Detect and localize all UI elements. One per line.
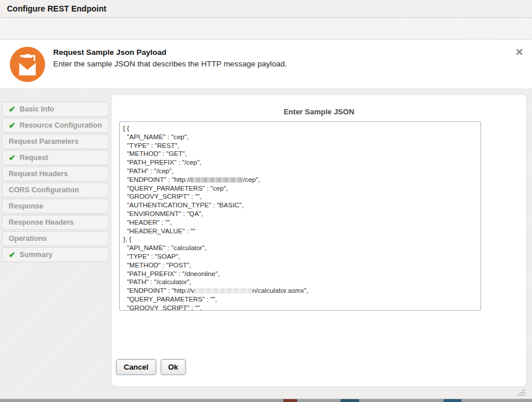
sample-json-textarea[interactable]: [ { "API_NAME" : "cep", "TYPE" : "REST",… bbox=[119, 121, 481, 311]
json-line: "ENDPOINT" : "http:///cep", bbox=[123, 176, 477, 184]
taskbar-app-segment bbox=[444, 399, 461, 402]
taskbar-app-segment bbox=[341, 399, 359, 402]
sidebar-item-cors-configuration[interactable]: CORS Configuration bbox=[2, 183, 109, 198]
json-line: "ENVIRONMENT" : "QA", bbox=[123, 210, 477, 218]
sidebar-item-basic-info[interactable]: ✔Basic Info bbox=[2, 102, 109, 117]
wizard-header: Request Sample Json Payload Enter the sa… bbox=[0, 40, 532, 89]
check-icon: ✔ bbox=[9, 105, 16, 113]
json-line: "METHOD" : "GET", bbox=[123, 150, 477, 158]
json-line: "AUTHENTICATION_TYPE" : "BASIC", bbox=[123, 201, 477, 210]
json-line: "PATH_PREFIX" : "/cep", bbox=[123, 158, 477, 167]
json-line: "QUERY_PARAMETERS" : "cep", bbox=[123, 184, 477, 193]
sidebar-item-label: Basic Info bbox=[20, 105, 54, 113]
taskbar-edge bbox=[0, 399, 532, 402]
json-line: "HEADER" : "", bbox=[123, 218, 477, 227]
configure-rest-endpoint-window: Configure REST Endpoint Help▼ < Back Nex… bbox=[0, 0, 532, 402]
json-line: "TYPE" : "SOAP", bbox=[123, 252, 477, 261]
sidebar-item-label: Request Parameters bbox=[9, 137, 79, 146]
json-line: "GROOVY_SCRIPT" : "", bbox=[123, 304, 477, 311]
sidebar-item-label: Response Headers bbox=[9, 218, 74, 226]
panel-heading: Enter Sample JSON bbox=[112, 107, 526, 116]
json-line: }, { bbox=[123, 235, 477, 244]
window-titlebar: Configure REST Endpoint bbox=[0, 0, 532, 18]
sidebar-item-label: Request bbox=[20, 154, 48, 162]
window-title: Configure REST Endpoint bbox=[7, 0, 106, 17]
json-line: "API_NAME" : "cep", bbox=[123, 133, 477, 142]
check-icon: ✔ bbox=[9, 154, 16, 162]
sidebar-item-resource-configuration[interactable]: ✔Resource Configuration bbox=[2, 118, 109, 133]
redacted-text bbox=[191, 177, 243, 183]
sidebar-item-request-parameters[interactable]: Request Parameters bbox=[2, 134, 109, 149]
sidebar-item-label: Request Headers bbox=[9, 170, 68, 178]
sidebar-item-request-headers[interactable]: Request Headers bbox=[2, 166, 109, 181]
sample-json-panel: Enter Sample JSON [ { "API_NAME" : "cep"… bbox=[111, 94, 527, 387]
sidebar-item-label: Response bbox=[9, 202, 43, 210]
json-line: "ENDPOINT" : "http://vn/calculator.asmx"… bbox=[123, 286, 477, 295]
sidebar-item-request[interactable]: ✔Request bbox=[2, 150, 109, 165]
json-line: "PATH_PREFIX" : "/dneonline", bbox=[123, 270, 477, 278]
panel-button-row: Cancel Ok bbox=[116, 359, 186, 375]
cancel-button[interactable]: Cancel bbox=[116, 359, 156, 375]
json-line: "GROOVY_SCRIPT" : "", bbox=[123, 192, 477, 201]
resize-grip[interactable] bbox=[516, 388, 525, 396]
close-icon[interactable]: ✕ bbox=[514, 47, 524, 58]
json-line: "PATH" : "/calculator", bbox=[123, 278, 477, 286]
check-icon: ✔ bbox=[9, 251, 16, 259]
sidebar-item-response-headers[interactable]: Response Headers bbox=[2, 215, 109, 230]
sidebar-item-response[interactable]: Response bbox=[2, 199, 109, 214]
wizard-sidebar: ✔Basic Info✔Resource ConfigurationReques… bbox=[2, 102, 109, 263]
wizard-toolbar: Help▼ < Back Next > Cancel Done bbox=[0, 18, 532, 40]
check-icon: ✔ bbox=[9, 121, 16, 129]
sidebar-item-label: Operations bbox=[9, 234, 47, 243]
sidebar-item-summary[interactable]: ✔Summary bbox=[2, 247, 109, 262]
sidebar-item-label: CORS Configuration bbox=[9, 186, 79, 194]
sidebar-item-label: Summary bbox=[20, 251, 53, 259]
page-subtitle: Enter the sample JSON that describes the… bbox=[53, 59, 287, 68]
sidebar-item-operations[interactable]: Operations bbox=[2, 231, 109, 246]
sidebar-item-label: Resource Configuration bbox=[20, 121, 102, 129]
json-line: "QUERY_PARAMETERS" : "", bbox=[123, 295, 477, 304]
json-line: "PATH" : "/cep", bbox=[123, 167, 477, 176]
json-line: "HEADER_VALUE" : "" bbox=[123, 227, 477, 236]
json-line: "TYPE" : "REST", bbox=[123, 142, 477, 150]
taskbar-app-segment bbox=[283, 399, 297, 402]
rest-adapter-icon bbox=[10, 47, 45, 82]
redacted-text bbox=[194, 288, 252, 293]
json-line: [ { bbox=[123, 124, 477, 133]
json-line: "METHOD" : "POST", bbox=[123, 261, 477, 270]
ok-button[interactable]: Ok bbox=[161, 359, 186, 375]
json-line: "API_NAME" : "calculator", bbox=[123, 244, 477, 252]
page-title: Request Sample Json Payload bbox=[53, 48, 167, 57]
